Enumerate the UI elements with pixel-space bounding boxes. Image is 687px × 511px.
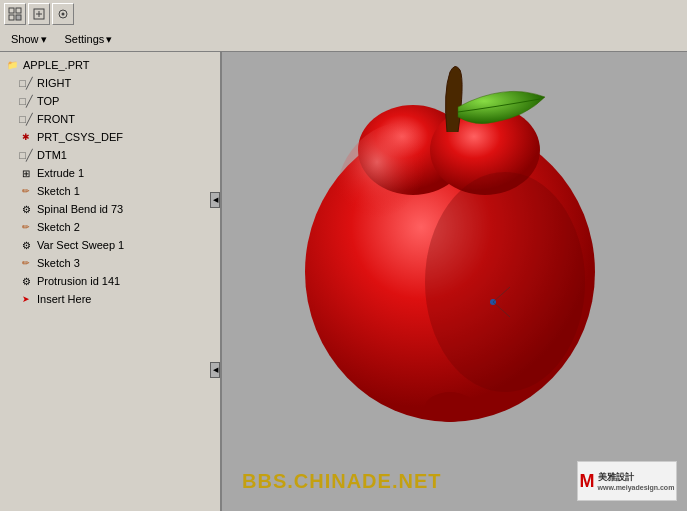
tree-item-sketch1[interactable]: ✏ Sketch 1: [0, 182, 220, 200]
tree-label-var-sect-sweep: Var Sect Sweep 1: [37, 239, 124, 251]
show-menu[interactable]: Show ▾: [4, 31, 54, 48]
toolbar-menu-row: Show ▾ Settings ▾: [0, 28, 687, 50]
tree-item-sketch3[interactable]: ✏ Sketch 3: [0, 254, 220, 272]
sketch3-icon: ✏: [18, 255, 34, 271]
tree-item-protrusion[interactable]: ⚙ Protrusion id 141: [0, 272, 220, 290]
watermark-url: www.meiyadesign.com: [598, 484, 675, 491]
tree-item-right[interactable]: □╱ RIGHT: [0, 74, 220, 92]
svg-rect-3: [16, 15, 21, 20]
settings-menu[interactable]: Settings ▾: [58, 31, 120, 48]
toolbar-icon-row: [0, 0, 687, 28]
watermark-cn: 美雅設計: [598, 471, 675, 484]
tree-item-csys[interactable]: ✱ PRT_CSYS_DEF: [0, 128, 220, 146]
plane-icon-front: □╱: [18, 111, 34, 127]
tree-item-extrude1[interactable]: ⊞ Extrude 1: [0, 164, 220, 182]
tree-label-sketch2: Sketch 2: [37, 221, 80, 233]
main-area: 📁 APPLE_.PRT □╱ RIGHT □╱ TOP □╱ FRONT: [0, 52, 687, 511]
sketch2-icon: ✏: [18, 219, 34, 235]
plane-icon-top: □╱: [18, 93, 34, 109]
left-panel: 📁 APPLE_.PRT □╱ RIGHT □╱ TOP □╱ FRONT: [0, 52, 222, 511]
splitter-arrow-top[interactable]: ◀: [210, 192, 220, 208]
tree-item-top[interactable]: □╱ TOP: [0, 92, 220, 110]
apple-3d-model: [275, 62, 635, 452]
tree-item-spinal-bend[interactable]: ⚙ Spinal Bend id 73: [0, 200, 220, 218]
tree-item-front[interactable]: □╱ FRONT: [0, 110, 220, 128]
tree-label-protrusion: Protrusion id 141: [37, 275, 120, 287]
show-menu-arrow: ▾: [41, 33, 47, 46]
svg-rect-1: [16, 8, 21, 13]
svg-point-15: [425, 172, 585, 392]
extrude-icon: ⊞: [18, 165, 34, 181]
tree-item-apple-prt[interactable]: 📁 APPLE_.PRT: [0, 56, 220, 74]
tree-item-var-sect-sweep[interactable]: ⚙ Var Sect Sweep 1: [0, 236, 220, 254]
tree-label-apple-prt: APPLE_.PRT: [23, 59, 89, 71]
tree-label-csys: PRT_CSYS_DEF: [37, 131, 123, 143]
tree-label-dtm1: DTM1: [37, 149, 67, 161]
tree-label-insert-here: Insert Here: [37, 293, 91, 305]
csys-icon: ✱: [18, 129, 34, 145]
svg-point-13: [425, 392, 475, 422]
tree-label-front: FRONT: [37, 113, 75, 125]
viewport[interactable]: BBS.CHINADE.NET M 美雅設計 www.meiyadesign.c…: [222, 52, 687, 511]
sketch1-icon: ✏: [18, 183, 34, 199]
tree-item-insert-here[interactable]: ➤ Insert Here: [0, 290, 220, 308]
svg-rect-2: [9, 15, 14, 20]
tree-label-sketch3: Sketch 3: [37, 257, 80, 269]
plane-icon-right: □╱: [18, 75, 34, 91]
toolbar: Show ▾ Settings ▾: [0, 0, 687, 52]
toolbar-icon-3[interactable]: [52, 3, 74, 25]
watermark-right: M 美雅設計 www.meiyadesign.com: [577, 461, 677, 501]
model-tree[interactable]: 📁 APPLE_.PRT □╱ RIGHT □╱ TOP □╱ FRONT: [0, 52, 220, 511]
svg-point-8: [62, 13, 65, 16]
protrusion-icon: ⚙: [18, 273, 34, 289]
spinal-bend-icon: ⚙: [18, 201, 34, 217]
settings-menu-arrow: ▾: [106, 33, 112, 46]
toolbar-icon-2[interactable]: [28, 3, 50, 25]
tree-item-sketch2[interactable]: ✏ Sketch 2: [0, 218, 220, 236]
datum-icon: □╱: [18, 147, 34, 163]
insert-here-icon: ➤: [18, 291, 34, 307]
tree-label-top: TOP: [37, 95, 59, 107]
watermark-left: BBS.CHINADE.NET: [242, 470, 441, 493]
tree-label-sketch1: Sketch 1: [37, 185, 80, 197]
tree-item-dtm1[interactable]: □╱ DTM1: [0, 146, 220, 164]
splitter-arrow-mid[interactable]: ◀: [210, 362, 220, 378]
var-sect-sweep-icon: ⚙: [18, 237, 34, 253]
folder-icon: 📁: [4, 57, 20, 73]
tree-label-right: RIGHT: [37, 77, 71, 89]
toolbar-icon-1[interactable]: [4, 3, 26, 25]
tree-label-spinal-bend: Spinal Bend id 73: [37, 203, 123, 215]
watermark-logo: M: [580, 471, 595, 492]
tree-label-extrude1: Extrude 1: [37, 167, 84, 179]
svg-rect-0: [9, 8, 14, 13]
